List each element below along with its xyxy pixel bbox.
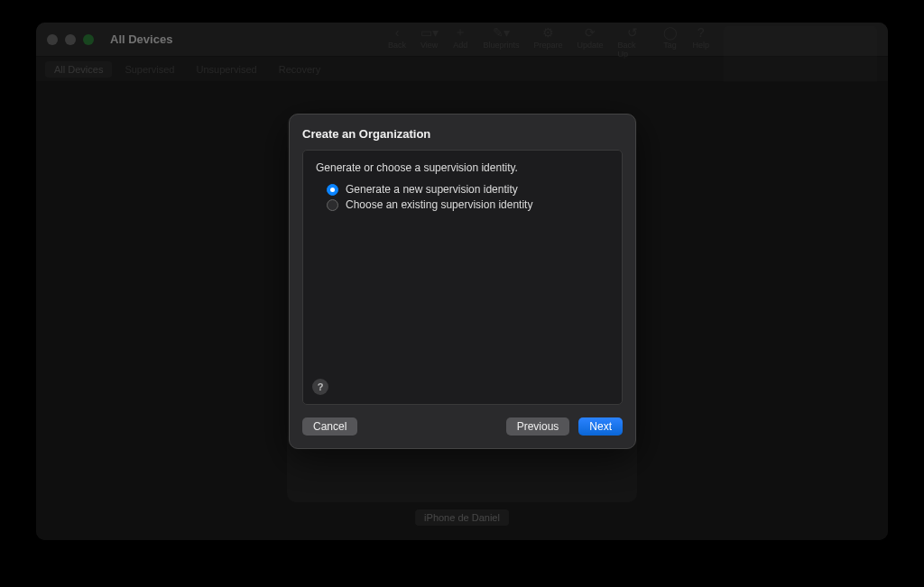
radio-generate-label: Generate a new supervision identity [346,183,518,196]
radio-choose[interactable] [327,199,338,211]
radio-choose-label: Choose an existing supervision identity [346,198,532,211]
next-button[interactable]: Next [578,417,623,436]
radio-choose-row[interactable]: Choose an existing supervision identity [327,198,609,211]
sheet-body: Generate or choose a supervision identit… [302,150,623,405]
radio-generate[interactable] [327,184,338,196]
help-button[interactable]: ? [312,379,328,395]
sheet-title: Create an Organization [302,127,623,141]
previous-button[interactable]: Previous [506,417,570,436]
radio-generate-row[interactable]: Generate a new supervision identity [327,183,609,196]
cancel-button[interactable]: Cancel [302,417,357,436]
create-organization-sheet: Create an Organization Generate or choos… [289,114,636,449]
sheet-instruction: Generate or choose a supervision identit… [316,161,609,174]
sheet-footer: Cancel Previous Next [302,405,623,436]
